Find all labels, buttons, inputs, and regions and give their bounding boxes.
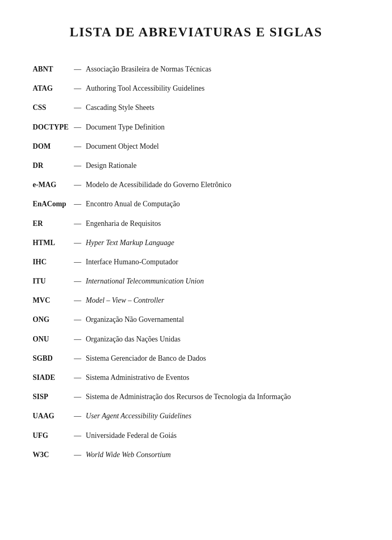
abbr-code: MVC: [33, 295, 69, 306]
abbr-code: ONU: [33, 334, 69, 344]
abbr-dash: —: [69, 411, 86, 421]
abbr-code: HTML: [33, 238, 69, 248]
abbr-code: UFG: [33, 431, 69, 441]
abbr-definition: Interface Humano-Computador: [86, 257, 178, 267]
list-item: DOCTYPE—Document Type Definition: [33, 122, 359, 132]
abbr-definition: Organização das Nações Unidas: [86, 334, 180, 344]
abbr-dash: —: [69, 295, 86, 306]
list-item: ER—Engenharia de Requisitos: [33, 219, 359, 229]
list-item: UAAG—User Agent Accessibility Guidelines: [33, 411, 359, 421]
abbr-definition: Model – View – Controller: [86, 295, 164, 306]
list-item: ONU—Organização das Nações Unidas: [33, 334, 359, 344]
list-item: MVC—Model – View – Controller: [33, 295, 359, 306]
abbr-definition: Cascading Style Sheets: [86, 103, 154, 113]
abbr-definition: International Telecommunication Union: [86, 276, 204, 286]
abbr-definition: Authoring Tool Accessibility Guidelines: [86, 83, 205, 94]
list-item: CSS—Cascading Style Sheets: [33, 103, 359, 113]
abbr-dash: —: [69, 83, 86, 94]
abbr-code: ATAG: [33, 83, 69, 94]
abbr-code: CSS: [33, 103, 69, 113]
list-item: ABNT—Associação Brasileira de Normas Téc…: [33, 64, 359, 74]
abbr-dash: —: [69, 180, 86, 190]
abbr-code: DR: [33, 161, 69, 171]
abbr-dash: —: [69, 141, 86, 152]
abbr-code: DOCTYPE: [33, 122, 69, 132]
abbr-dash: —: [69, 122, 86, 132]
abbreviation-list: ABNT—Associação Brasileira de Normas Téc…: [33, 64, 359, 460]
list-item: DR—Design Rationale: [33, 161, 359, 171]
list-item: SIADE—Sistema Administrativo de Eventos: [33, 373, 359, 383]
abbr-dash: —: [69, 161, 86, 171]
abbr-dash: —: [69, 373, 86, 383]
abbr-dash: —: [69, 219, 86, 229]
abbr-definition: User Agent Accessibility Guidelines: [86, 411, 192, 421]
abbr-definition: Engenharia de Requisitos: [86, 219, 161, 229]
abbr-dash: —: [69, 276, 86, 286]
abbr-code: SIADE: [33, 373, 69, 383]
abbr-dash: —: [69, 315, 86, 325]
abbr-definition: Design Rationale: [86, 161, 136, 171]
abbr-code: ITU: [33, 276, 69, 286]
abbr-definition: Sistema Administrativo de Eventos: [86, 373, 189, 383]
abbr-dash: —: [69, 238, 86, 248]
abbr-code: DOM: [33, 141, 69, 152]
abbr-definition: Sistema Gerenciador de Banco de Dados: [86, 353, 206, 364]
abbr-definition: Document Type Definition: [86, 122, 165, 132]
abbr-definition: Organização Não Governamental: [86, 315, 184, 325]
abbr-definition: Associação Brasileira de Normas Técnicas: [86, 64, 212, 74]
abbr-code: ONG: [33, 315, 69, 325]
abbr-definition: Document Object Model: [86, 141, 159, 152]
abbr-definition: Encontro Anual de Computação: [86, 199, 180, 209]
abbr-dash: —: [69, 257, 86, 267]
abbr-code: ABNT: [33, 64, 69, 74]
abbr-code: UAAG: [33, 411, 69, 421]
abbr-code: EnAComp: [33, 199, 69, 209]
list-item: W3C—World Wide Web Consortium: [33, 450, 359, 460]
abbr-code: SGBD: [33, 353, 69, 364]
list-item: SGBD—Sistema Gerenciador de Banco de Dad…: [33, 353, 359, 364]
list-item: ATAG—Authoring Tool Accessibility Guidel…: [33, 83, 359, 94]
abbr-dash: —: [69, 431, 86, 441]
abbr-code: e-MAG: [33, 180, 69, 190]
abbr-dash: —: [69, 392, 86, 402]
abbr-dash: —: [69, 103, 86, 113]
list-item: SISP—Sistema de Administração dos Recurs…: [33, 392, 359, 402]
list-item: UFG—Universidade Federal de Goiás: [33, 431, 359, 441]
abbr-code: SISP: [33, 392, 69, 402]
abbr-dash: —: [69, 450, 86, 460]
abbr-definition: World Wide Web Consortium: [86, 450, 171, 460]
abbr-dash: —: [69, 199, 86, 209]
list-item: DOM—Document Object Model: [33, 141, 359, 152]
page-title: Lista de Abreviaturas e Siglas: [33, 25, 359, 40]
list-item: ITU—International Telecommunication Unio…: [33, 276, 359, 286]
abbr-definition: Modelo de Acessibilidade do Governo Elet…: [86, 180, 231, 190]
abbr-definition: Sistema de Administração dos Recursos de…: [86, 392, 291, 402]
list-item: IHC—Interface Humano-Computador: [33, 257, 359, 267]
abbr-code: W3C: [33, 450, 69, 460]
list-item: e-MAG—Modelo de Acessibilidade do Govern…: [33, 180, 359, 190]
abbr-dash: —: [69, 334, 86, 344]
list-item: ONG—Organização Não Governamental: [33, 315, 359, 325]
abbr-code: ER: [33, 219, 69, 229]
abbr-code: IHC: [33, 257, 69, 267]
abbr-definition: Hyper Text Markup Language: [86, 238, 174, 248]
abbr-dash: —: [69, 64, 86, 74]
list-item: HTML—Hyper Text Markup Language: [33, 238, 359, 248]
list-item: EnAComp—Encontro Anual de Computação: [33, 199, 359, 209]
abbr-dash: —: [69, 353, 86, 364]
abbr-definition: Universidade Federal de Goiás: [86, 431, 176, 441]
